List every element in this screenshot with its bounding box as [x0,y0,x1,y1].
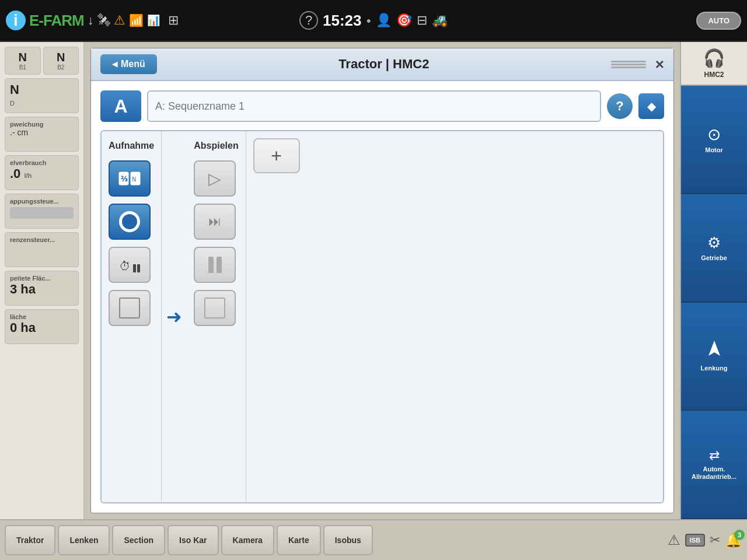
getriebe-icon: ⚙ [707,234,721,252]
aufnahme-header: Aufnahme [109,141,154,151]
motor-icon: ⊙ [707,125,721,144]
svg-rect-6 [137,264,140,272]
help-circle-icon[interactable]: ? [299,11,318,30]
left-sidebar: N B1 N B2 N D pweichung .- cm elverbrauc… [0,42,85,519]
svg-marker-7 [708,341,720,356]
wifi-icon: 📶 [129,13,144,27]
right-panel-top: 🎧 HMC2 [681,42,747,86]
time-dot: ● [366,16,371,25]
grid2-icon[interactable]: ⊟ [417,13,427,28]
record-stop-button[interactable] [109,290,151,326]
timer-pause-button[interactable]: ⏱ [109,247,151,283]
right-nav-motor[interactable]: ⊙ Motor [681,86,747,194]
kraftstoff-value: .0 l/h [10,166,74,181]
tab-section[interactable]: Section [112,525,165,555]
widget-flaeche1: peitete Fläc... 3 ha [5,271,79,306]
sequence-area: + [246,131,663,502]
tab-lenken[interactable]: Lenken [58,525,110,555]
tractor-icon[interactable]: 🚜 [432,13,448,28]
auto-button[interactable]: AUTO [696,12,741,30]
n-b1-letter: N [19,51,27,64]
flaeche1-value: 3 ha [10,282,74,297]
top-bar: i E-FARM ↓ 🛰 ⚠ 📶 📊 ⊞ ? 15:23 ● 👤 🎯 ⊟ 🚜 A… [0,0,747,42]
abspielen-col: Abspielen ▷ ⏭ [187,131,246,502]
controls-panel: Aufnahme ⅔ N [100,130,664,503]
svg-text:⅔: ⅔ [121,175,128,183]
widget-kupplung: appungssteue... [5,194,79,229]
scroll-indicator [611,61,646,68]
bottom-tab-bar: Traktor Lenken Section Iso Kar Kamera Ka… [0,519,747,560]
record-speed-button[interactable]: ⅔ N [109,160,151,197]
n-d-letter: N [10,82,19,97]
n-d-sub: D [10,100,15,107]
tab-karte[interactable]: Karte [277,525,321,555]
flaeche2-value: 0 ha [10,320,74,335]
allradantrieb-label: Autom.Allradantrieb... [692,466,736,481]
aufnahme-col: Aufnahme ⅔ N [102,131,162,502]
user-icon[interactable]: 👤 [376,13,392,28]
download-icon: ↓ [88,13,94,28]
play-button[interactable]: ▷ [194,160,236,197]
kupplung-bar [10,207,74,219]
step-forward-button[interactable]: ⏭ [194,204,236,240]
tab-isobus[interactable]: Isobus [323,525,373,555]
tab-kamera[interactable]: Kamera [221,525,274,555]
kupplung-label: appungssteue... [10,198,74,205]
time-display: 15:23 [323,12,362,30]
tab-isokar[interactable]: Iso Kar [167,525,218,555]
bottom-bar-icons: ⚠ ISB ✂ 🔔 3 [668,532,742,548]
bottom-warning-icon: ⚠ [668,532,680,548]
speedometer-icon[interactable]: 🎯 [396,13,412,28]
menu-button[interactable]: Menü [100,54,157,74]
getriebe-label: Getriebe [701,254,727,262]
seq-help-button[interactable]: ? [607,93,633,119]
widget-n-b1: N B1 [5,47,41,75]
abweichung-value: .- cm [10,128,74,137]
arrow-separator: ➜ [162,131,187,502]
dialog-window: Menü Tractor | HMC2 × A ? ◆ [90,48,674,513]
tab-traktor[interactable]: Traktor [5,525,55,555]
motor-label: Motor [705,146,723,154]
dialog-title: Tractor | HMC2 [157,57,611,72]
warning-icon: ⚠ [114,13,125,28]
close-button[interactable]: × [655,57,664,72]
dialog-header: Menü Tractor | HMC2 × [91,48,673,81]
top-bar-left: i E-FARM ↓ 🛰 ⚠ 📶 📊 ⊞ [6,10,248,30]
pause-button[interactable] [194,247,236,283]
widget-kraftstoff: elverbrauch .0 l/h [5,155,79,190]
seq-a-button[interactable]: A [100,90,141,122]
add-sequence-button[interactable]: + [253,138,300,173]
lenkung-icon [705,340,724,362]
widget-grenzen: renzensteuer... [5,232,79,267]
allradantrieb-icon: ⇄ [709,448,720,463]
hmc2-label: HMC2 [704,71,724,79]
top-bar-right: AUTO [499,12,741,30]
grenzen-label: renzensteuer... [10,236,74,243]
widget-n-b2: N B2 [43,47,79,75]
widget-abweichung: pweichung .- cm [5,117,79,152]
seq-name-input[interactable] [147,90,601,122]
n-b2-sub: B2 [57,64,64,71]
right-nav-getriebe[interactable]: ⚙ Getriebe [681,194,747,303]
grid-icon[interactable]: ⊞ [168,13,179,28]
right-nav-allradantrieb[interactable]: ⇄ Autom.Allradantrieb... [681,411,747,519]
stop-playback-button[interactable] [194,290,236,326]
seq-diamond-button[interactable]: ◆ [638,93,664,119]
dialog-area: Menü Tractor | HMC2 × A ? ◆ [85,42,680,519]
svg-rect-5 [133,264,136,272]
kraftstoff-label: elverbrauch [10,159,74,166]
svg-text:⏱: ⏱ [119,260,131,272]
record-circle-button[interactable] [109,204,151,240]
info-icon[interactable]: i [6,10,26,30]
right-nav-lenkung[interactable]: Lenkung [681,303,747,411]
arrow-right-icon: ➜ [166,306,182,328]
sequence-row: A ? ◆ [100,90,664,122]
satellite-icon: 🛰 [97,13,110,28]
right-panel: 🎧 HMC2 ⊙ Motor ⚙ Getriebe Lenkung ⇄ Auto… [680,42,747,519]
hmc2-icon: 🎧 [703,48,725,68]
notification-button[interactable]: 🔔 3 [725,532,742,548]
n-b2-letter: N [57,51,65,64]
svg-text:N: N [132,176,136,183]
abspielen-header: Abspielen [194,141,238,151]
abweichung-label: pweichung [10,121,74,128]
